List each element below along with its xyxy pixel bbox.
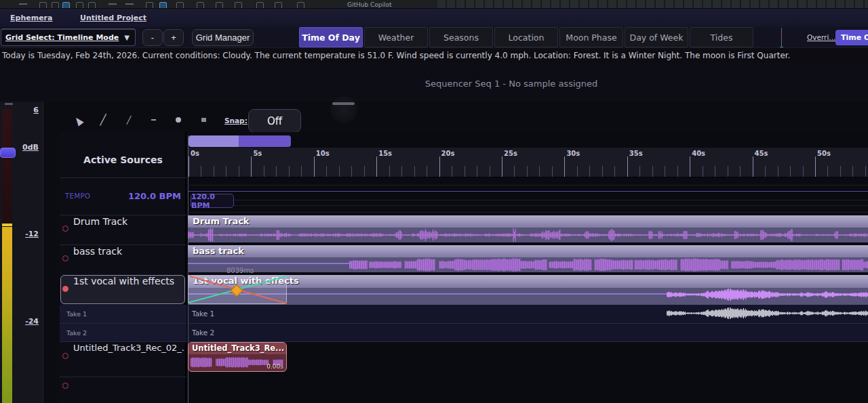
track-row-untitled[interactable]: Untitled_Track3_Rec_02_... bbox=[73, 343, 185, 353]
ruler-tick-label: 25s bbox=[504, 150, 517, 157]
drum-clip[interactable]: Drum Track bbox=[188, 215, 868, 242]
keyboard-stripe-pattern bbox=[437, 0, 868, 9]
take1-row-panel[interactable]: Take 1 bbox=[60, 305, 186, 324]
loop-region-a bbox=[189, 135, 239, 147]
bass-clip[interactable]: bass track bbox=[188, 245, 868, 272]
take2-row-timeline[interactable]: Take 2 bbox=[189, 324, 868, 342]
zoom-out-button[interactable]: - bbox=[142, 29, 163, 46]
toolbar-icon[interactable] bbox=[216, 2, 223, 9]
fader-handle[interactable] bbox=[0, 148, 16, 158]
toolbar-icon[interactable] bbox=[275, 2, 282, 9]
dash-icon[interactable] bbox=[146, 111, 161, 129]
toolbar-icon[interactable] bbox=[159, 2, 167, 9]
take1-row-timeline[interactable]: Take 1 bbox=[189, 305, 868, 324]
ruler-major-tick bbox=[627, 156, 628, 177]
level-meter bbox=[2, 227, 12, 403]
mode-tabs: Time Of DayWeatherSeasonsLocationMoon Ph… bbox=[299, 27, 753, 47]
square-icon[interactable] bbox=[196, 111, 211, 129]
record-arm-icon[interactable] bbox=[62, 353, 68, 359]
ruler-major-tick bbox=[376, 156, 377, 177]
tab-moon-phase[interactable]: Moon Phase bbox=[559, 27, 623, 47]
track-row-vocal-name[interactable]: 1st vocal with effects bbox=[73, 276, 174, 287]
knob-handle[interactable] bbox=[332, 102, 355, 105]
ruler-minor-tick bbox=[539, 166, 540, 177]
tempo-value[interactable]: 120.0 BPM bbox=[60, 191, 181, 201]
tab-tides[interactable]: Tides bbox=[690, 27, 753, 47]
drum-clip-body bbox=[188, 228, 868, 242]
time-ruler[interactable]: 0s5s10s15s20s25s30s35s40s45s50s bbox=[188, 148, 868, 177]
record-arm-icon[interactable] bbox=[62, 255, 68, 261]
track-row-bass[interactable]: bass track bbox=[73, 246, 122, 257]
untitled-clip[interactable]: Untitled_Track3_Re... 0.00s bbox=[188, 342, 287, 372]
grid-select-dropdown[interactable]: Grid Select: Timeline Mode ▼ bbox=[1, 28, 136, 46]
override-link[interactable]: Overri... bbox=[807, 33, 835, 41]
toolbar-icon[interactable] bbox=[235, 2, 242, 9]
bass-automation-line[interactable] bbox=[188, 263, 351, 264]
ruler-minor-tick bbox=[552, 166, 553, 177]
toolbar-icon[interactable] bbox=[88, 2, 96, 9]
toolbar-icon[interactable] bbox=[125, 3, 134, 5]
fader-track[interactable] bbox=[2, 109, 12, 224]
sequencer-header: Sequencer Seq 1 - No sample assigned bbox=[0, 63, 868, 102]
pencil-icon[interactable]: ╱ bbox=[96, 111, 111, 129]
toolbar-icon[interactable] bbox=[146, 2, 153, 9]
track-list-panel bbox=[60, 132, 186, 403]
toolbar-icon[interactable] bbox=[256, 2, 264, 9]
editor-toolbar-strip: GitHub Copilot bbox=[0, 0, 868, 9]
toolbar-icon[interactable] bbox=[39, 2, 47, 9]
time-override-button[interactable]: Time Overr bbox=[835, 30, 868, 45]
line-icon[interactable]: ╱ bbox=[121, 111, 136, 129]
ruler-minor-tick bbox=[351, 166, 352, 177]
ruler-minor-tick bbox=[790, 166, 791, 177]
tab-seasons[interactable]: Seasons bbox=[429, 27, 493, 47]
take2-row-panel[interactable]: Take 2 bbox=[60, 324, 186, 342]
record-arm-icon[interactable] bbox=[62, 286, 68, 292]
db-label: 6 bbox=[33, 106, 39, 114]
track-row-drum[interactable]: Drum Track bbox=[73, 216, 127, 227]
tab-weather[interactable]: Weather bbox=[364, 27, 428, 47]
db-label: -12 bbox=[25, 230, 39, 238]
tab-time-of-day[interactable]: Time Of Day bbox=[299, 27, 363, 47]
toolbar-icon[interactable] bbox=[297, 2, 304, 9]
toolbar-icon[interactable] bbox=[108, 3, 117, 5]
grid-line bbox=[188, 212, 868, 213]
ruler-tick-label: 45s bbox=[755, 150, 768, 157]
zoom-in-button[interactable]: + bbox=[163, 29, 184, 46]
cursor-tool-icon[interactable] bbox=[62, 2, 70, 9]
grid-line bbox=[188, 200, 868, 200]
ruler-minor-tick bbox=[339, 166, 340, 177]
project-menu-link[interactable]: Untitled Project bbox=[80, 14, 146, 22]
ruler-minor-tick bbox=[226, 166, 226, 177]
ruler-tick-label: 35s bbox=[629, 150, 643, 157]
ruler-minor-tick bbox=[364, 166, 365, 177]
active-sources-header: Active Sources bbox=[60, 154, 186, 165]
toolbar-icon[interactable] bbox=[197, 2, 204, 9]
ruler-minor-tick bbox=[490, 166, 490, 177]
vocal-selected-region[interactable] bbox=[188, 275, 287, 304]
dot-icon[interactable] bbox=[171, 111, 186, 129]
ruler-minor-tick bbox=[778, 166, 778, 177]
snap-toggle-button[interactable]: Off bbox=[248, 109, 301, 133]
app-menu-link[interactable]: Ephemera bbox=[10, 14, 52, 22]
toolbar-icon[interactable] bbox=[19, 3, 27, 5]
toolbar-icon[interactable] bbox=[52, 2, 59, 9]
tempo-automation-line[interactable] bbox=[188, 191, 868, 192]
take2-label: Take 2 bbox=[66, 329, 87, 337]
tab-location[interactable]: Location bbox=[494, 27, 558, 47]
tab-day-of-week[interactable]: Day of Week bbox=[625, 27, 688, 47]
ruler-tick-label: 20s bbox=[441, 150, 455, 157]
toolbar-icon[interactable] bbox=[176, 2, 184, 9]
toolbar-icon[interactable] bbox=[76, 2, 83, 9]
vocal-clip[interactable]: 1st vocal with effects bbox=[188, 275, 868, 305]
cursor-icon[interactable]: ▲ bbox=[71, 111, 85, 129]
bpm-badge[interactable]: 120.0 BPM bbox=[191, 194, 234, 208]
ruler-major-tick bbox=[439, 156, 440, 177]
ruler-minor-tick bbox=[602, 166, 603, 177]
loop-region-bar[interactable] bbox=[189, 135, 291, 147]
snap-label[interactable]: Snap: bbox=[224, 116, 248, 125]
grid-manager-button[interactable]: Grid Manager bbox=[192, 29, 254, 46]
record-arm-icon[interactable] bbox=[62, 383, 68, 389]
record-arm-icon[interactable] bbox=[62, 226, 68, 232]
main-toolbar: Grid Select: Timeline Mode ▼ - + Grid Ma… bbox=[0, 27, 868, 47]
ruler-minor-tick bbox=[652, 166, 653, 177]
